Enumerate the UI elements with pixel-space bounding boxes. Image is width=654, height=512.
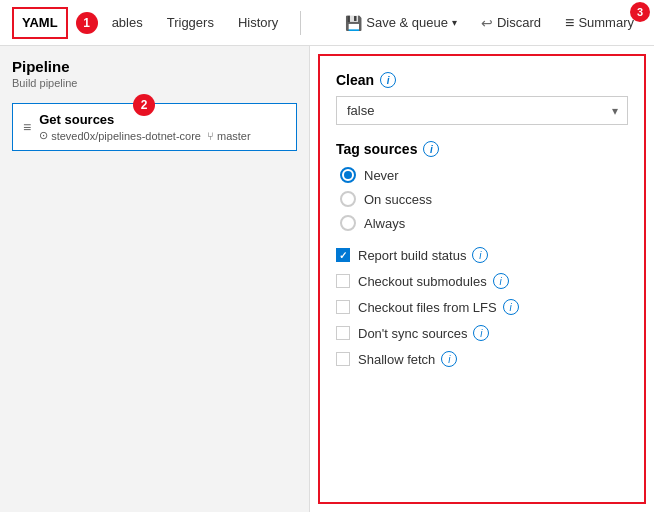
variables-tab[interactable]: ables [102,0,153,46]
checkout-submodules-item[interactable]: Checkout submodules i [336,273,628,289]
radio-never-circle [340,167,356,183]
badge-3: 3 [630,2,650,22]
checkout-lfs-label: Checkout files from LFS i [358,299,519,315]
checkout-lfs-info-icon[interactable]: i [503,299,519,315]
radio-on-success[interactable]: On success [340,191,628,207]
sidebar-item-meta: ⊙ steved0x/pipelines-dotnet-core ⑂ maste… [39,129,286,142]
dont-sync-sources-item[interactable]: Don't sync sources i [336,325,628,341]
radio-always-label: Always [364,216,405,231]
save-queue-button[interactable]: 💾 Save & queue ▾ [337,11,465,35]
dont-sync-sources-label: Don't sync sources i [358,325,489,341]
repo-info: ⊙ steved0x/pipelines-dotnet-core [39,129,201,142]
save-icon: 💾 [345,15,362,31]
clean-select-wrapper: false true ▾ [336,96,628,125]
summary-label: Summary [578,15,634,30]
checkbox-group: ✓ Report build status i Checkout submodu… [336,247,628,367]
branch-name: master [217,130,251,142]
discard-icon: ↩ [481,15,493,31]
branch-info: ⑂ master [207,130,251,142]
checkout-lfs-checkbox[interactable] [336,300,350,314]
save-queue-label: Save & queue [366,15,448,30]
branch-icon: ⑂ [207,130,214,142]
radio-never-dot [344,171,352,179]
sidebar: Pipeline Build pipeline 2 ≡ Get sources … [0,46,310,512]
yaml-tab[interactable]: YAML [12,7,68,39]
pipeline-title: Pipeline [12,58,297,75]
triggers-tab[interactable]: Triggers [157,0,224,46]
report-build-status-item[interactable]: ✓ Report build status i [336,247,628,263]
checkmark-icon: ✓ [339,250,347,261]
sidebar-item-title: Get sources [39,112,286,127]
dropdown-arrow-icon: ▾ [452,17,457,28]
nav-actions: 💾 Save & queue ▾ ↩ Discard ≡ Summary 3 [337,10,642,36]
checkout-lfs-item[interactable]: Checkout files from LFS i [336,299,628,315]
dont-sync-sources-info-icon[interactable]: i [473,325,489,341]
checkout-submodules-label: Checkout submodules i [358,273,509,289]
list-icon: ≡ [23,119,31,135]
radio-never[interactable]: Never [340,167,628,183]
checkout-submodules-checkbox[interactable] [336,274,350,288]
right-panel: Clean i false true ▾ Tag sources i Never [318,54,646,504]
pipeline-subtitle: Build pipeline [12,77,297,89]
radio-always-circle [340,215,356,231]
discard-button[interactable]: ↩ Discard [473,11,549,35]
radio-always[interactable]: Always [340,215,628,231]
report-build-status-checkbox[interactable]: ✓ [336,248,350,262]
report-build-status-info-icon[interactable]: i [472,247,488,263]
clean-label: Clean [336,72,374,88]
summary-button[interactable]: ≡ Summary 3 [557,10,642,36]
badge-2: 2 [133,94,155,116]
sidebar-item-content: Get sources ⊙ steved0x/pipelines-dotnet-… [39,112,286,142]
nav-divider [300,11,301,35]
clean-info-icon[interactable]: i [380,72,396,88]
get-sources-item[interactable]: 2 ≡ Get sources ⊙ steved0x/pipelines-dot… [12,103,297,151]
shallow-fetch-info-icon[interactable]: i [441,351,457,367]
lines-icon: ≡ [565,14,574,32]
top-nav: YAML 1 ables Triggers History 💾 Save & q… [0,0,654,46]
repo-icon: ⊙ [39,129,48,142]
main-content: Pipeline Build pipeline 2 ≡ Get sources … [0,46,654,512]
yaml-tab-label: YAML [22,15,58,30]
tag-sources-info-icon[interactable]: i [423,141,439,157]
clean-section-header: Clean i [336,72,628,88]
tag-sources-header: Tag sources i [336,141,628,157]
radio-on-success-circle [340,191,356,207]
tag-sources-radio-group: Never On success Always [336,167,628,231]
dont-sync-sources-checkbox[interactable] [336,326,350,340]
badge-1: 1 [76,12,98,34]
radio-on-success-label: On success [364,192,432,207]
repo-name: steved0x/pipelines-dotnet-core [51,130,201,142]
tag-sources-label: Tag sources [336,141,417,157]
shallow-fetch-label: Shallow fetch i [358,351,457,367]
discard-label: Discard [497,15,541,30]
checkout-submodules-info-icon[interactable]: i [493,273,509,289]
shallow-fetch-item[interactable]: Shallow fetch i [336,351,628,367]
report-build-status-label: Report build status i [358,247,488,263]
history-tab[interactable]: History [228,0,288,46]
clean-select[interactable]: false true [336,96,628,125]
shallow-fetch-checkbox[interactable] [336,352,350,366]
radio-never-label: Never [364,168,399,183]
